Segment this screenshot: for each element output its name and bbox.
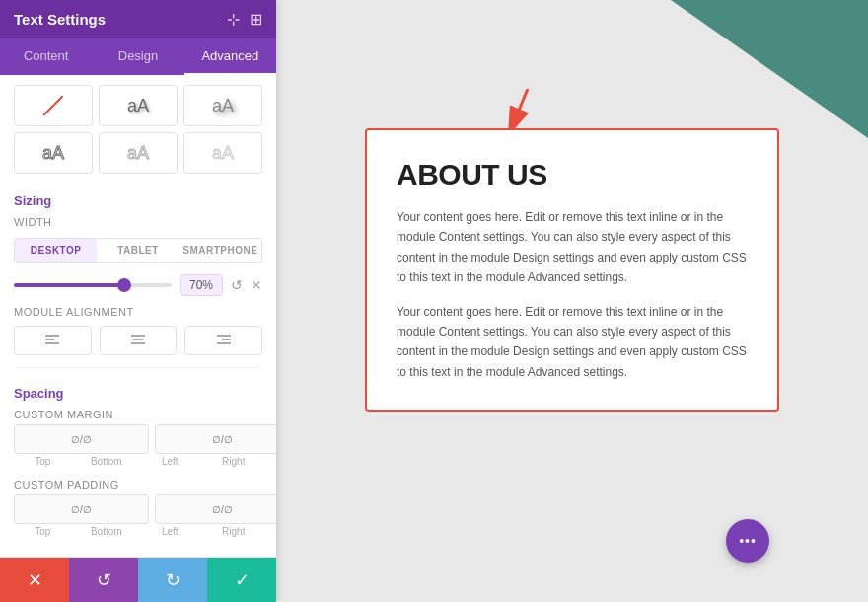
align-center-icon (131, 335, 145, 346)
responsive-tabs: Desktop Tablet Smartphone (14, 238, 262, 263)
resp-tab-tablet[interactable]: Tablet (97, 239, 179, 262)
font-style-none[interactable] (14, 85, 93, 126)
padding-inputs (14, 494, 276, 524)
resp-tab-smartphone[interactable]: Smartphone (180, 239, 261, 262)
cancel-button[interactable]: ✕ (0, 558, 69, 602)
width-field-label: Width (0, 212, 276, 232)
width-slider-track[interactable] (14, 283, 172, 287)
redo-icon: ↻ (166, 569, 181, 591)
margin-bottom-label: Bottom (78, 456, 136, 467)
padding-labels: Top Bottom Left Right (0, 524, 276, 545)
divider-1 (14, 367, 262, 368)
margin-labels: Top Bottom Left Right (0, 454, 276, 475)
svg-rect-7 (222, 339, 231, 340)
padding-row: 📱 (0, 494, 276, 524)
svg-rect-5 (131, 342, 145, 344)
save-icon: ✓ (235, 569, 250, 591)
svg-rect-8 (217, 342, 231, 344)
panel-header: Text Settings ⊹ ⊞ (0, 0, 276, 38)
width-slider-fill (14, 283, 124, 287)
panel-header-icons: ⊹ ⊞ (227, 10, 262, 29)
font-style-outlined3[interactable]: aA (183, 132, 262, 174)
svg-rect-2 (45, 342, 59, 344)
expand-icon[interactable]: ⊹ (227, 10, 240, 29)
padding-label: Custom Padding (0, 475, 276, 494)
font-style-outlined2[interactable]: aA (99, 132, 178, 174)
bottom-toolbar: ✕ ↺ ↻ ✓ (0, 557, 276, 602)
padding-left-label: Left (141, 526, 199, 537)
width-close-button[interactable]: ✕ (251, 277, 262, 293)
width-slider-thumb[interactable] (117, 278, 131, 292)
text-settings-panel: Text Settings ⊹ ⊞ Content Design Advance… (0, 0, 276, 602)
padding-top-input[interactable] (14, 494, 149, 524)
content-paragraph-2: Your content goes here. Edit or remove t… (397, 302, 748, 383)
padding-bottom-label: Bottom (78, 526, 136, 537)
svg-rect-4 (133, 339, 143, 340)
margin-inputs (14, 424, 276, 454)
sizing-section-label: Sizing (0, 184, 276, 212)
width-reset-button[interactable]: ↺ (231, 277, 243, 293)
width-slider-value[interactable]: 70% (180, 274, 223, 296)
module-alignment-label: Module Alignment (0, 302, 276, 322)
margin-row: 📱 (0, 424, 276, 454)
font-style-shadow1[interactable]: aA (99, 85, 178, 126)
margin-right-label: Right (205, 456, 263, 467)
svg-rect-6 (217, 335, 231, 337)
redo-button[interactable]: ↻ (138, 558, 207, 602)
align-left-icon (45, 335, 59, 346)
tab-design[interactable]: Design (92, 38, 183, 75)
svg-rect-3 (131, 335, 145, 337)
width-slider-row: 70% ↺ ✕ (0, 268, 276, 302)
spacing-section-label: Spacing (0, 376, 276, 405)
tab-advanced[interactable]: Advanced (184, 38, 276, 75)
margin-left-label: Left (141, 456, 199, 467)
content-heading: ABOUT US (397, 158, 748, 191)
more-icon: ••• (739, 533, 757, 549)
padding-bottom-input[interactable] (155, 494, 276, 524)
teal-triangle (671, 0, 868, 138)
module-alignment-row (0, 322, 276, 359)
tab-content[interactable]: Content (0, 38, 92, 75)
undo-icon: ↺ (97, 569, 111, 591)
panel-title: Text Settings (14, 11, 106, 28)
margin-top-input[interactable] (14, 424, 149, 454)
panel-tabs: Content Design Advanced (0, 38, 276, 75)
content-preview-box: ABOUT US Your content goes here. Edit or… (365, 128, 779, 412)
align-right-button[interactable] (184, 326, 262, 355)
resp-tab-desktop[interactable]: Desktop (15, 239, 97, 262)
align-center-button[interactable] (100, 326, 178, 355)
grid-icon[interactable]: ⊞ (250, 10, 262, 29)
margin-top-label: Top (14, 456, 72, 467)
align-left-button[interactable] (14, 326, 92, 355)
svg-rect-0 (45, 335, 59, 337)
margin-label: Custom Margin (0, 405, 276, 424)
font-style-shadow2[interactable]: aA (183, 85, 262, 126)
undo-button[interactable]: ↺ (69, 558, 138, 602)
cancel-icon: ✕ (28, 569, 42, 591)
padding-top-label: Top (14, 526, 72, 537)
padding-right-label: Right (205, 526, 263, 537)
font-style-grid: aA aA aA aA aA (0, 75, 276, 184)
fab-more-button[interactable]: ••• (726, 519, 769, 563)
content-paragraph-1: Your content goes here. Edit or remove t… (397, 207, 748, 288)
margin-bottom-input[interactable] (155, 424, 276, 454)
canvas-area: ABOUT US Your content goes here. Edit or… (276, 0, 868, 602)
align-right-icon (217, 335, 231, 346)
save-button[interactable]: ✓ (207, 558, 276, 602)
svg-rect-1 (45, 339, 54, 340)
font-style-outlined1[interactable]: aA (14, 132, 93, 174)
panel-content: aA aA aA aA aA Sizing Width Desktop Tabl… (0, 75, 276, 557)
